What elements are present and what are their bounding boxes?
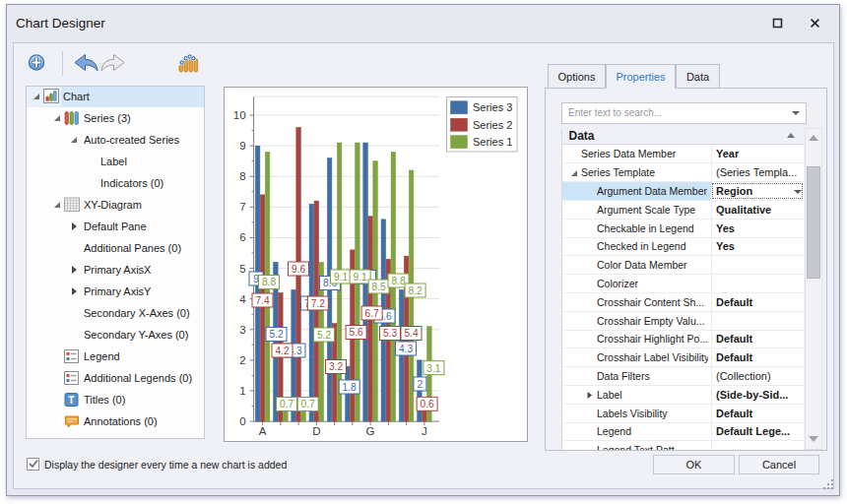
svg-text:8.2: 8.2 bbox=[409, 285, 423, 296]
svg-text:5.2: 5.2 bbox=[269, 329, 283, 340]
svg-text:5.6: 5.6 bbox=[350, 327, 363, 338]
svg-text:5.2: 5.2 bbox=[317, 330, 331, 341]
svg-text:A: A bbox=[259, 425, 267, 437]
svg-text:1: 1 bbox=[239, 385, 245, 397]
svg-text:7: 7 bbox=[239, 201, 245, 213]
svg-text:5.4: 5.4 bbox=[404, 328, 418, 339]
svg-text:Series 2: Series 2 bbox=[473, 119, 512, 131]
svg-text:3.1: 3.1 bbox=[426, 363, 440, 374]
svg-text:3.2: 3.2 bbox=[329, 361, 343, 372]
svg-text:6: 6 bbox=[239, 231, 245, 243]
svg-text:2: 2 bbox=[239, 354, 245, 366]
svg-text:8.8: 8.8 bbox=[391, 276, 405, 286]
svg-text:4: 4 bbox=[239, 293, 246, 305]
svg-text:9.1: 9.1 bbox=[334, 272, 348, 283]
svg-text:1.8: 1.8 bbox=[343, 382, 357, 393]
svg-text:10: 10 bbox=[233, 109, 246, 121]
svg-text:0.7: 0.7 bbox=[301, 399, 315, 410]
svg-text:G: G bbox=[366, 425, 375, 437]
svg-text:7.4: 7.4 bbox=[255, 295, 269, 306]
svg-text:8.5: 8.5 bbox=[372, 282, 386, 292]
svg-text:0.6: 0.6 bbox=[421, 399, 434, 410]
svg-text:0.7: 0.7 bbox=[280, 399, 293, 410]
svg-text:9.6: 9.6 bbox=[292, 264, 305, 275]
svg-text:8: 8 bbox=[239, 170, 245, 182]
svg-text:Series 3: Series 3 bbox=[473, 101, 512, 113]
svg-text:7.2: 7.2 bbox=[311, 298, 325, 309]
svg-text:6.7: 6.7 bbox=[365, 308, 379, 319]
svg-text:Series 1: Series 1 bbox=[473, 136, 512, 148]
svg-text:4.3: 4.3 bbox=[399, 344, 413, 354]
svg-text:D: D bbox=[312, 425, 320, 437]
svg-text:2: 2 bbox=[418, 379, 424, 390]
svg-text:3: 3 bbox=[239, 324, 245, 336]
svg-text:9: 9 bbox=[239, 140, 245, 152]
svg-text:5: 5 bbox=[239, 263, 245, 275]
svg-text:4.2: 4.2 bbox=[275, 346, 289, 356]
svg-text:J: J bbox=[422, 425, 427, 437]
svg-text:5.3: 5.3 bbox=[383, 328, 397, 339]
svg-text:9.1: 9.1 bbox=[354, 272, 367, 283]
svg-text:0: 0 bbox=[239, 415, 245, 427]
svg-text:8.8: 8.8 bbox=[262, 277, 276, 287]
